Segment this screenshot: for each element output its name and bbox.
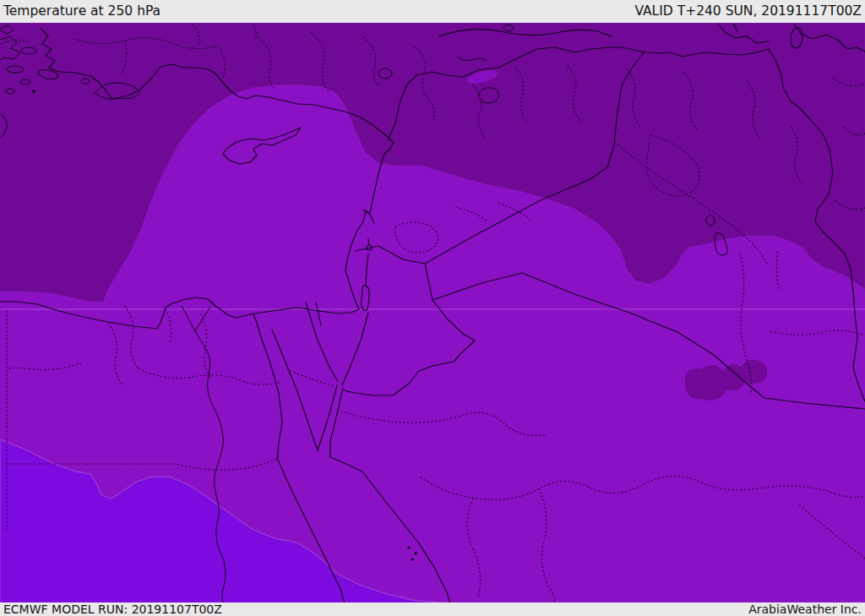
red-sea-islet — [411, 559, 413, 560]
map-title: Temperature at 250 hPa — [3, 5, 160, 19]
aegean-islet — [33, 90, 35, 93]
footer-bar: ECMWF MODEL RUN: 20191107T00Z ArabiaWeat… — [0, 602, 865, 616]
credit-label: ArabiaWeather Inc. — [748, 603, 862, 615]
temperature-bands — [0, 23, 865, 602]
weather-map — [0, 23, 865, 602]
model-run-label: ECMWF MODEL RUN: 20191107T00Z — [3, 603, 222, 615]
red-sea-islet — [415, 553, 416, 554]
header-bar: Temperature at 250 hPa VALID T+240 SUN, … — [0, 0, 865, 23]
weather-map-window: Temperature at 250 hPa VALID T+240 SUN, … — [0, 0, 865, 616]
red-sea-islet — [408, 547, 410, 548]
valid-time-label: VALID T+240 SUN, 20191117T00Z — [634, 5, 862, 19]
